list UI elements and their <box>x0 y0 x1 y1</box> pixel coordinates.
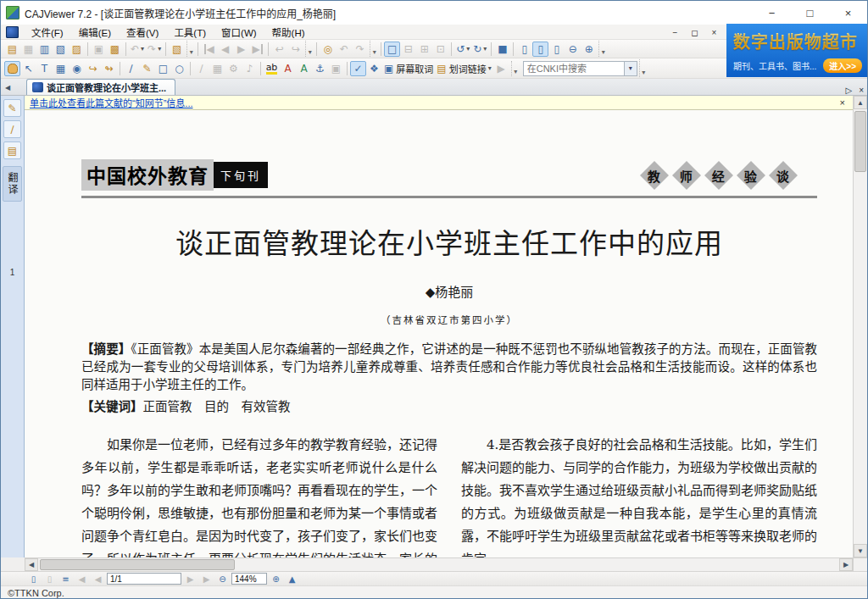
full-screen-icon[interactable]: ■ <box>494 42 510 57</box>
horizontal-scrollbar[interactable]: ◀ ▶ <box>25 557 853 571</box>
snapshot-icon[interactable]: ◉ <box>69 61 85 76</box>
banner-enter-button[interactable]: 进入>> <box>823 58 862 73</box>
first-page-button[interactable]: ◀ <box>75 573 89 585</box>
line-tool-icon[interactable]: ∕ <box>193 61 209 76</box>
paste-icon[interactable]: ▩ <box>107 42 123 57</box>
search-magnifier-icon[interactable]: ◎ <box>320 42 336 57</box>
screen-capture-button[interactable]: ▣屏幕取词 <box>382 61 435 76</box>
highlight-icon[interactable]: ab <box>264 61 280 76</box>
sound-note-icon[interactable]: ♪ <box>242 61 258 76</box>
image-annot-icon[interactable]: ▦ <box>209 61 225 76</box>
print-preview-icon[interactable]: ▧ <box>53 42 69 57</box>
menu-item[interactable]: 编辑(E) <box>71 24 119 41</box>
annotation-folder-icon[interactable]: ▤ <box>3 141 21 159</box>
add-note-icon[interactable]: ✎ <box>3 99 21 117</box>
page-viewport[interactable]: 中国校外教育 下旬刊 教师经验谈 谈正面管教理论在小学班主任工作中的应用 ◆杨艳… <box>25 110 853 557</box>
highlighter-icon[interactable]: ∕ <box>3 120 21 138</box>
font-style-icon[interactable]: A <box>296 61 312 76</box>
fit-width-icon[interactable]: ▯ <box>532 42 548 57</box>
prev-page-icon[interactable]: ◀ <box>217 42 233 57</box>
first-page-icon[interactable]: ◀ <box>201 42 217 57</box>
notice-close-icon[interactable]: × <box>837 97 848 108</box>
stamp-icon[interactable]: ▣ <box>328 61 344 76</box>
scroll-left-icon[interactable]: ◀ <box>25 558 38 571</box>
anchor-icon[interactable]: ⚓ <box>312 61 328 76</box>
word-link-button[interactable]: ▤划词链接▾ <box>435 61 492 76</box>
toolbar-overflow[interactable]: ▾ <box>370 41 378 57</box>
split-vertical-icon[interactable]: ⊡ <box>432 42 448 57</box>
text-color-icon[interactable]: A <box>280 61 296 76</box>
menu-item[interactable]: 查看(V) <box>119 24 166 41</box>
toolbar-overflow[interactable]: ▾ <box>511 61 520 76</box>
menu-item[interactable]: 窗口(W) <box>214 24 264 41</box>
cnki-node-link[interactable]: 单击此处查看此篇文献的“知网节”信息... <box>30 96 837 109</box>
rotate-right-icon[interactable]: ↻▾ <box>471 42 488 57</box>
next-page-button[interactable]: ▶ <box>183 573 198 585</box>
layout-continuous-icon[interactable]: ≡ <box>58 573 73 585</box>
cnki-store-banner[interactable]: 数字出版物超市 期刊、工具书、图书... 进入>> <box>726 24 867 77</box>
copy-icon[interactable]: ▣ <box>91 42 107 57</box>
next-page-icon[interactable]: ▶ <box>233 42 249 57</box>
scroll-down-icon[interactable]: ▼ <box>854 544 867 557</box>
properties-icon[interactable]: ▧ <box>169 42 185 57</box>
fit-page-icon[interactable]: ▯ <box>516 42 532 57</box>
menu-item[interactable]: 文件(F) <box>24 24 71 41</box>
scroll-right-icon[interactable]: ▶ <box>839 558 853 571</box>
mdi-close-button[interactable]: × <box>707 26 721 38</box>
save-icon[interactable]: ▦ <box>20 42 36 57</box>
vertical-scroll-track[interactable] <box>854 109 867 544</box>
word-verify-icon[interactable]: ✓ <box>350 61 366 76</box>
open-icon[interactable]: ▤ <box>4 42 20 57</box>
image-select-icon[interactable]: ▦ <box>53 61 69 76</box>
tab-close-icon[interactable]: × <box>859 86 864 95</box>
apply-link-icon[interactable]: ▶ <box>493 61 509 76</box>
view-back-icon[interactable]: ↶ <box>336 42 352 57</box>
split-quad-icon[interactable]: ⊞ <box>416 42 432 57</box>
menu-item[interactable]: 工具(T) <box>166 24 214 41</box>
scroll-up-icon[interactable]: ▲ <box>854 96 867 109</box>
vertical-scrollbar[interactable]: ▲ ▼ <box>853 96 867 557</box>
menu-item[interactable]: 帮助(H) <box>264 24 313 41</box>
maximize-button[interactable]: □ <box>791 1 829 25</box>
vertical-scroll-thumb[interactable] <box>854 111 866 172</box>
last-page-icon[interactable]: ▶ <box>249 42 265 57</box>
tab-scroll-left-icon[interactable]: ◀ <box>1 80 14 95</box>
zoom-out-button[interactable]: ⊖ <box>215 573 230 585</box>
toolbar-overflow[interactable]: ▾ <box>598 41 607 57</box>
read-mode-icon[interactable]: ▨ <box>69 42 85 57</box>
redo-icon[interactable]: ↷▾ <box>146 42 163 57</box>
pencil-tool-icon[interactable]: ✎ <box>139 61 155 76</box>
toolbar-overflow[interactable]: ▾ <box>305 41 314 57</box>
document-tab[interactable]: 谈正面管教理论在小学班主... <box>26 79 175 95</box>
close-button[interactable]: × <box>829 1 867 25</box>
hand-tool-icon[interactable] <box>4 61 20 76</box>
translate-panel-tab[interactable]: 翻译 <box>3 166 22 202</box>
layout-single-page-icon[interactable]: ▯ <box>26 573 41 585</box>
mdi-restore-button[interactable]: ◻ <box>687 26 702 38</box>
toolbar-overflow[interactable]: ▾ <box>639 59 648 77</box>
tab-scroll-right-icon[interactable]: ▷ <box>845 86 852 95</box>
page-number-input[interactable] <box>107 573 181 585</box>
search-dropdown-icon[interactable]: ▾ <box>624 62 637 75</box>
cnki-search-input[interactable] <box>524 62 624 75</box>
gear-icon[interactable]: ⚙ <box>225 61 242 76</box>
previous-page-button[interactable]: ◀ <box>91 573 105 585</box>
print-icon[interactable]: ▥ <box>36 42 53 57</box>
split-horizontal-icon[interactable]: ⊟ <box>400 42 416 57</box>
back-view-icon[interactable]: ↩ <box>271 42 287 57</box>
minimize-button[interactable]: − <box>753 1 791 25</box>
zoom-level-input[interactable] <box>231 573 267 585</box>
go-top-icon[interactable]: ▲ <box>285 573 299 585</box>
zoom-in-button[interactable]: ⊕ <box>269 573 283 585</box>
zoom-in-icon[interactable]: ⊕ <box>581 42 597 57</box>
horizontal-scroll-track[interactable] <box>38 558 839 571</box>
mdi-minimize-button[interactable]: − <box>668 26 682 38</box>
rect-tool-icon[interactable]: □ <box>155 61 171 76</box>
forward-view-icon[interactable]: ↪ <box>287 42 303 57</box>
goto-jump-icon[interactable]: ↪ <box>85 61 101 76</box>
text-select-icon[interactable]: T <box>36 61 53 76</box>
ellipse-tool-icon[interactable]: ○ <box>171 61 187 76</box>
select-tool-icon[interactable]: ↖ <box>20 61 36 76</box>
horizontal-scroll-thumb[interactable] <box>40 559 235 570</box>
view-forward-icon[interactable]: ↷ <box>352 42 368 57</box>
